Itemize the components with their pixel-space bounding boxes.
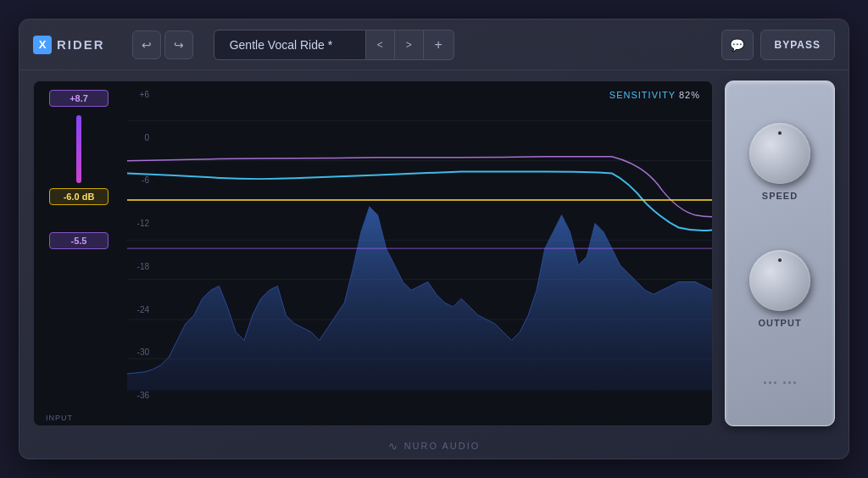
speed-knob-section: SPEED	[749, 123, 810, 201]
undo-button[interactable]: ↩	[132, 31, 161, 59]
speed-label: SPEED	[762, 191, 798, 201]
wave-icon: ∿	[388, 440, 398, 453]
comment-button[interactable]: 💬	[721, 30, 754, 60]
prev-preset-button[interactable]: <	[366, 30, 395, 60]
meter-bar	[76, 115, 81, 183]
add-preset-button[interactable]: +	[424, 30, 454, 60]
logo-x-icon: X	[33, 36, 52, 54]
output-knob-section: OUTPUT	[749, 250, 810, 328]
undo-redo-group: ↩ ↪	[132, 31, 193, 59]
input-label: INPUT	[46, 414, 73, 422]
output-knob[interactable]	[749, 250, 810, 311]
waveform-svg	[127, 81, 712, 399]
preset-name[interactable]: Gentle Vocal Ride *	[214, 30, 366, 60]
level-top-badge[interactable]: +8.7	[49, 90, 108, 107]
threshold-badge[interactable]: -6.0 dB	[49, 188, 108, 205]
next-preset-button[interactable]: >	[395, 30, 424, 60]
header: X RIDER ↩ ↪ Gentle Vocal Ride * < > + 💬 …	[19, 19, 849, 70]
speed-knob[interactable]	[749, 123, 810, 184]
redo-button[interactable]: ↪	[164, 31, 193, 59]
speaker-dots-group	[764, 381, 796, 384]
brand-name: NURO AUDIO	[404, 441, 481, 451]
preset-area: Gentle Vocal Ride * < > +	[214, 30, 454, 60]
header-right: 💬 BYPASS	[721, 30, 835, 60]
bypass-button[interactable]: BYPASS	[760, 30, 835, 60]
footer: ∿ NURO AUDIO	[19, 433, 849, 459]
main-content: SENSITIVITY 82% +8.7 -6.0 dB -5.5 +6 0 -…	[19, 70, 849, 433]
logo-area: X RIDER	[33, 36, 105, 54]
visualizer-panel[interactable]: SENSITIVITY 82% +8.7 -6.0 dB -5.5 +6 0 -…	[33, 81, 713, 426]
speed-knob-indicator	[778, 131, 782, 135]
output-knob-indicator	[778, 258, 782, 262]
right-panel: SPEED OUTPUT	[725, 81, 835, 426]
level-bottom-badge[interactable]: -5.5	[49, 232, 108, 249]
output-label: OUTPUT	[758, 318, 801, 328]
logo-text: RIDER	[57, 37, 105, 52]
plugin-container: X RIDER ↩ ↪ Gentle Vocal Ride * < > + 💬 …	[19, 19, 849, 459]
input-strip: +8.7 -6.0 dB -5.5	[41, 90, 117, 409]
